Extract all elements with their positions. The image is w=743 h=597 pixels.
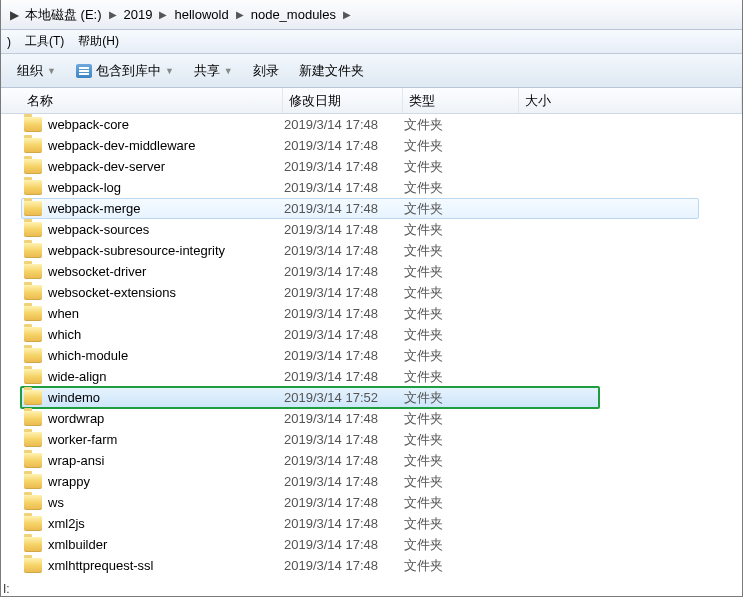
folder-icon <box>24 369 42 384</box>
folder-row[interactable]: ws2019/3/14 17:48文件夹 <box>21 492 742 513</box>
folder-row[interactable]: wordwrap2019/3/14 17:48文件夹 <box>21 408 742 429</box>
folder-row[interactable]: webpack-sources2019/3/14 17:48文件夹 <box>21 219 742 240</box>
nav-chevron-icon[interactable]: ▶ <box>7 8 21 22</box>
folder-name: xmlhttprequest-ssl <box>48 558 153 573</box>
column-type[interactable]: 类型 <box>403 88 519 113</box>
folder-icon <box>24 264 42 279</box>
modified-date: 2019/3/14 17:52 <box>284 390 404 405</box>
folder-row[interactable]: webpack-subresource-integrity2019/3/14 1… <box>21 240 742 261</box>
breadcrumb-segment[interactable]: 本地磁盘 (E:) <box>21 0 106 29</box>
address-bar[interactable]: ▶ 本地磁盘 (E:)▶2019▶hellowold▶node_modules▶ <box>1 0 742 30</box>
folder-row[interactable]: windemo2019/3/14 17:52文件夹 <box>21 387 599 408</box>
folder-icon <box>24 138 42 153</box>
folder-icon <box>24 306 42 321</box>
chevron-down-icon: ▼ <box>47 66 56 76</box>
item-type: 文件夹 <box>404 494 520 512</box>
modified-date: 2019/3/14 17:48 <box>284 138 404 153</box>
include-in-library-button[interactable]: 包含到库中 ▼ <box>68 59 182 83</box>
chevron-down-icon: ▼ <box>165 66 174 76</box>
folder-name: webpack-sources <box>48 222 149 237</box>
breadcrumb-segment[interactable]: hellowold <box>170 0 232 29</box>
folder-row[interactable]: wrap-ansi2019/3/14 17:48文件夹 <box>21 450 742 471</box>
folder-icon <box>24 390 42 405</box>
item-type: 文件夹 <box>404 200 520 218</box>
burn-button[interactable]: 刻录 <box>245 59 287 83</box>
folder-icon <box>24 222 42 237</box>
folder-icon <box>24 558 42 573</box>
item-type: 文件夹 <box>404 305 520 323</box>
menu-tools[interactable]: 工具(T) <box>25 33 64 50</box>
folder-icon <box>24 117 42 132</box>
folder-row[interactable]: wrappy2019/3/14 17:48文件夹 <box>21 471 742 492</box>
item-type: 文件夹 <box>404 515 520 533</box>
modified-date: 2019/3/14 17:48 <box>284 348 404 363</box>
folder-row[interactable]: webpack-merge2019/3/14 17:48文件夹 <box>21 198 699 219</box>
item-type: 文件夹 <box>404 368 520 386</box>
share-button[interactable]: 共享 ▼ <box>186 59 241 83</box>
folder-name: ws <box>48 495 64 510</box>
folder-row[interactable]: worker-farm2019/3/14 17:48文件夹 <box>21 429 742 450</box>
folder-row[interactable]: webpack-dev-middleware2019/3/14 17:48文件夹 <box>21 135 742 156</box>
folder-row[interactable]: websocket-extensions2019/3/14 17:48文件夹 <box>21 282 742 303</box>
folder-name: webpack-dev-middleware <box>48 138 195 153</box>
item-type: 文件夹 <box>404 473 520 491</box>
folder-row[interactable]: xml2js2019/3/14 17:48文件夹 <box>21 513 742 534</box>
folder-icon <box>24 495 42 510</box>
folder-name: which <box>48 327 81 342</box>
folder-name: which-module <box>48 348 128 363</box>
folder-row[interactable]: when2019/3/14 17:48文件夹 <box>21 303 742 324</box>
folder-name: webpack-subresource-integrity <box>48 243 225 258</box>
modified-date: 2019/3/14 17:48 <box>284 264 404 279</box>
folder-row[interactable]: which2019/3/14 17:48文件夹 <box>21 324 742 345</box>
modified-date: 2019/3/14 17:48 <box>284 537 404 552</box>
modified-date: 2019/3/14 17:48 <box>284 201 404 216</box>
library-icon <box>76 64 92 78</box>
item-type: 文件夹 <box>404 347 520 365</box>
folder-name: webpack-core <box>48 117 129 132</box>
folder-row[interactable]: xmlhttprequest-ssl2019/3/14 17:48文件夹 <box>21 555 742 576</box>
folder-icon <box>24 180 42 195</box>
chevron-right-icon[interactable]: ▶ <box>233 9 247 20</box>
chevron-right-icon[interactable]: ▶ <box>156 9 170 20</box>
folder-row[interactable]: xmlbuilder2019/3/14 17:48文件夹 <box>21 534 742 555</box>
folder-name: worker-farm <box>48 432 117 447</box>
item-type: 文件夹 <box>404 410 520 428</box>
menu-help[interactable]: 帮助(H) <box>78 33 119 50</box>
modified-date: 2019/3/14 17:48 <box>284 411 404 426</box>
sidebar-drive-label[interactable]: I: <box>1 582 10 596</box>
item-type: 文件夹 <box>404 536 520 554</box>
new-folder-button[interactable]: 新建文件夹 <box>291 59 372 83</box>
column-size[interactable]: 大小 <box>519 88 742 113</box>
modified-date: 2019/3/14 17:48 <box>284 159 404 174</box>
modified-date: 2019/3/14 17:48 <box>284 306 404 321</box>
folder-row[interactable]: wide-align2019/3/14 17:48文件夹 <box>21 366 742 387</box>
item-type: 文件夹 <box>404 221 520 239</box>
folder-name: webpack-merge <box>48 201 141 216</box>
folder-row[interactable]: webpack-log2019/3/14 17:48文件夹 <box>21 177 742 198</box>
folder-row[interactable]: websocket-driver2019/3/14 17:48文件夹 <box>21 261 742 282</box>
modified-date: 2019/3/14 17:48 <box>284 243 404 258</box>
folder-row[interactable]: webpack-dev-server2019/3/14 17:48文件夹 <box>21 156 742 177</box>
chevron-down-icon: ▼ <box>224 66 233 76</box>
breadcrumb-segment[interactable]: node_modules <box>247 0 340 29</box>
folder-row[interactable]: webpack-core2019/3/14 17:48文件夹 <box>21 114 742 135</box>
organize-button[interactable]: 组织 ▼ <box>9 59 64 83</box>
folder-icon <box>24 327 42 342</box>
modified-date: 2019/3/14 17:48 <box>284 180 404 195</box>
modified-date: 2019/3/14 17:48 <box>284 222 404 237</box>
column-name[interactable]: 名称 <box>21 88 283 113</box>
item-type: 文件夹 <box>404 242 520 260</box>
item-type: 文件夹 <box>404 284 520 302</box>
folder-row[interactable]: which-module2019/3/14 17:48文件夹 <box>21 345 742 366</box>
column-date[interactable]: 修改日期 <box>283 88 403 113</box>
item-type: 文件夹 <box>404 137 520 155</box>
breadcrumb-segment[interactable]: 2019 <box>120 0 157 29</box>
folder-icon <box>24 243 42 258</box>
folder-name: xml2js <box>48 516 85 531</box>
item-type: 文件夹 <box>404 389 520 407</box>
chevron-right-icon[interactable]: ▶ <box>106 9 120 20</box>
folder-icon <box>24 474 42 489</box>
menu-bar: ) 工具(T) 帮助(H) <box>1 30 742 54</box>
item-type: 文件夹 <box>404 263 520 281</box>
chevron-right-icon[interactable]: ▶ <box>340 9 354 20</box>
